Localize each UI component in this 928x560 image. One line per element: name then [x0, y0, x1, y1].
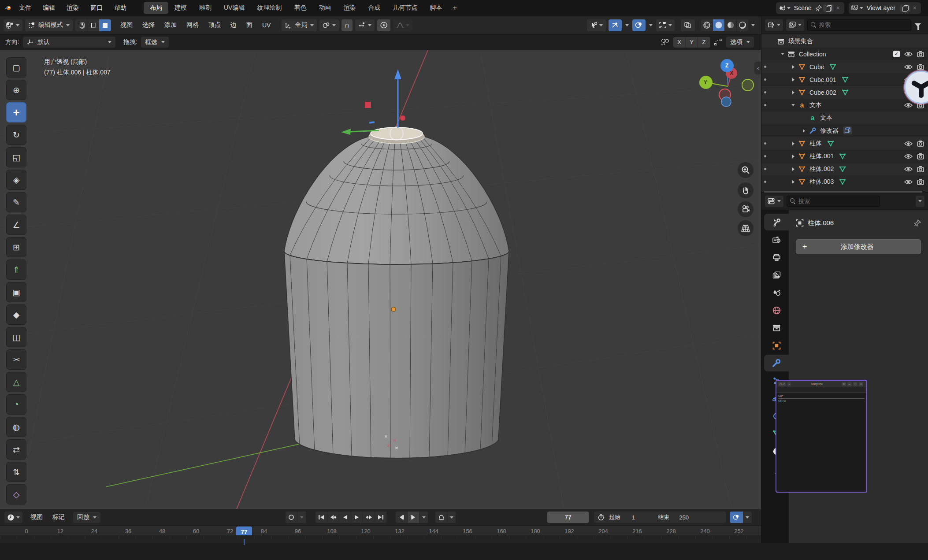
mode-dropdown[interactable]: 编辑模式 — [25, 19, 73, 31]
tool-spin[interactable]: ◔ — [6, 394, 26, 415]
workspace-tab-渲染[interactable]: 渲染 — [337, 2, 362, 14]
shading-wireframe-button[interactable] — [701, 19, 713, 31]
viewport-3d[interactable]: ×× ×× X Z Y — [0, 50, 761, 509]
tool-knife[interactable]: ✂ — [6, 349, 26, 370]
keying-set-button[interactable] — [435, 512, 447, 523]
workspace-tab-合成[interactable]: 合成 — [362, 2, 386, 14]
tool-poly-build[interactable]: △ — [6, 372, 26, 392]
expand-chevron[interactable] — [779, 53, 786, 55]
outliner-search[interactable] — [807, 19, 911, 31]
pan-button[interactable] — [738, 182, 754, 198]
add-workspace-button[interactable]: + — [448, 3, 461, 13]
jump-to-end-button[interactable] — [375, 512, 387, 523]
prev-frame-button[interactable] — [396, 512, 408, 523]
outliner-row-柱体[interactable]: 柱体 — [761, 137, 928, 150]
pivot-point-dropdown[interactable] — [319, 19, 339, 31]
close-scene-icon[interactable]: × — [835, 4, 842, 11]
tool-extrude-region[interactable]: ⇑ — [6, 260, 26, 280]
workspace-tab-UV编辑[interactable]: UV编辑 — [218, 2, 251, 14]
workspace-tab-纹理绘制[interactable]: 纹理绘制 — [251, 2, 288, 14]
overlays-toggle[interactable] — [632, 19, 646, 31]
collection-checkbox[interactable]: ✓ — [893, 51, 900, 57]
outliner-search-input[interactable] — [819, 22, 908, 28]
xray-toggle[interactable] — [681, 19, 695, 31]
expand-chevron[interactable] — [790, 167, 797, 171]
expand-chevron[interactable] — [790, 155, 797, 158]
scene-canvas[interactable]: ×× ×× X Z Y — [0, 50, 761, 509]
next-keyframe-button[interactable] — [363, 512, 375, 523]
outliner-row-Collection[interactable]: Collection✓ — [761, 48, 928, 60]
direction-dropdown[interactable]: 默认 — [23, 37, 115, 48]
workspace-tab-几何节点[interactable]: 几何节点 — [386, 2, 423, 14]
properties-search[interactable] — [787, 196, 880, 207]
expand-chevron[interactable] — [800, 129, 807, 133]
outliner-display-mode-button[interactable] — [786, 19, 804, 31]
blender-logo-icon[interactable] — [4, 4, 11, 11]
timeline-menu-view[interactable]: 视图 — [26, 513, 48, 521]
gizmo-x-handle[interactable] — [400, 115, 405, 121]
menu-vertex[interactable]: 顶点 — [204, 21, 226, 29]
hide-eye-toggle[interactable] — [904, 179, 913, 185]
workspace-tab-脚本[interactable]: 脚本 — [423, 2, 448, 14]
menu-uv[interactable]: UV — [257, 22, 275, 29]
hide-eye-toggle[interactable] — [904, 153, 913, 159]
frame-step-dropdown[interactable] — [419, 512, 428, 523]
viewlayer-selector[interactable]: ViewLayer × — [849, 2, 921, 14]
axis-navigation-gizmo[interactable]: X Z Y — [699, 59, 754, 107]
hide-eye-toggle[interactable] — [904, 102, 913, 108]
expand-chevron[interactable] — [790, 180, 797, 184]
menu-render[interactable]: 渲染 — [61, 4, 85, 12]
outliner-row-柱体.001[interactable]: 柱体.001 — [761, 150, 928, 163]
current-frame-field[interactable]: 77 — [547, 512, 589, 523]
properties-tab-world[interactable] — [764, 302, 789, 319]
auto-key-dropdown[interactable] — [297, 512, 306, 523]
hide-eye-toggle[interactable] — [904, 141, 913, 147]
expand-chevron[interactable] — [790, 104, 797, 106]
mirror-y-button[interactable]: Y — [686, 37, 698, 48]
sync-dropdown[interactable] — [743, 512, 752, 523]
zoom-button[interactable] — [738, 162, 754, 178]
render-visibility-toggle[interactable] — [917, 153, 924, 159]
tool-add-cube[interactable]: ⊞ — [6, 237, 26, 257]
expand-chevron[interactable] — [790, 142, 797, 145]
play-button[interactable] — [351, 512, 363, 523]
outliner-editor-type-button[interactable] — [765, 19, 783, 31]
tool-loop-cut[interactable]: ◫ — [6, 327, 26, 347]
render-visibility-toggle[interactable] — [917, 140, 924, 147]
tool-edge-slide[interactable]: ⇄ — [6, 439, 26, 460]
menu-help[interactable]: 帮助 — [108, 4, 132, 12]
mini-preview-window[interactable]: FL7- unity.rev ≡–□× Su* fdtrcn — [776, 380, 867, 493]
keying-dropdown[interactable] — [447, 512, 456, 523]
edge-select-button[interactable] — [87, 19, 99, 31]
new-scene-icon[interactable] — [826, 5, 831, 11]
hide-eye-toggle[interactable] — [904, 64, 913, 70]
workspace-tab-布局[interactable]: 布局 — [144, 2, 168, 14]
shading-rendered-button[interactable] — [737, 19, 749, 31]
properties-tab-collection[interactable] — [764, 319, 789, 336]
axis-z-neg-ball[interactable] — [721, 97, 731, 107]
outliner-row-修改器[interactable]: 修改器 — [761, 124, 928, 137]
menu-mesh[interactable]: 网格 — [182, 21, 204, 29]
menu-view[interactable]: 视图 — [115, 21, 137, 29]
snap-settings-dropdown[interactable] — [355, 19, 375, 31]
tool-smooth[interactable]: ◍ — [6, 417, 26, 437]
transform-orientation-dropdown[interactable]: 全局 — [282, 19, 317, 31]
outliner-row-柱体.002[interactable]: 柱体.002 — [761, 163, 928, 175]
menu-face[interactable]: 面 — [241, 21, 257, 29]
filter-icon[interactable] — [915, 23, 921, 27]
outliner-row-场景集合[interactable]: 场景集合 — [761, 35, 928, 48]
outliner-row-Cube.002[interactable]: Cube.002 — [761, 86, 928, 99]
end-frame-field[interactable]: 250 — [679, 514, 689, 521]
proportional-falloff-dropdown[interactable] — [393, 19, 412, 31]
properties-search-input[interactable] — [798, 198, 876, 204]
properties-tab-view-layer[interactable] — [764, 267, 789, 283]
next-frame-button[interactable] — [408, 512, 419, 523]
drag-dropdown[interactable]: 框选 — [141, 37, 169, 48]
pin-id-icon[interactable] — [913, 219, 921, 227]
tool-shrink-fatten[interactable]: ⇅ — [6, 462, 26, 482]
local-view-dropdown[interactable] — [656, 19, 675, 31]
expand-chevron[interactable] — [790, 91, 797, 94]
start-frame-field[interactable]: 1 — [632, 514, 635, 521]
render-visibility-toggle[interactable] — [917, 63, 924, 70]
expand-chevron[interactable] — [790, 65, 797, 69]
